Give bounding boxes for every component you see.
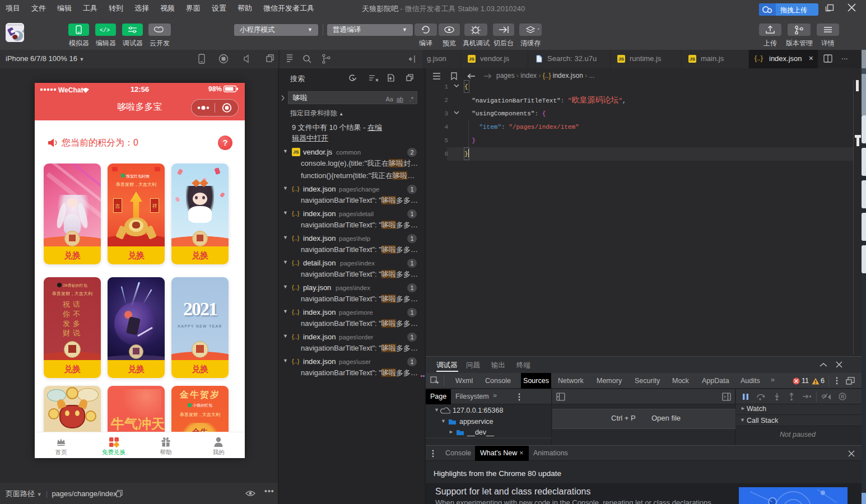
svg-text:98%: 98% — [208, 85, 222, 93]
svg-text:</>: </> — [100, 27, 110, 34]
